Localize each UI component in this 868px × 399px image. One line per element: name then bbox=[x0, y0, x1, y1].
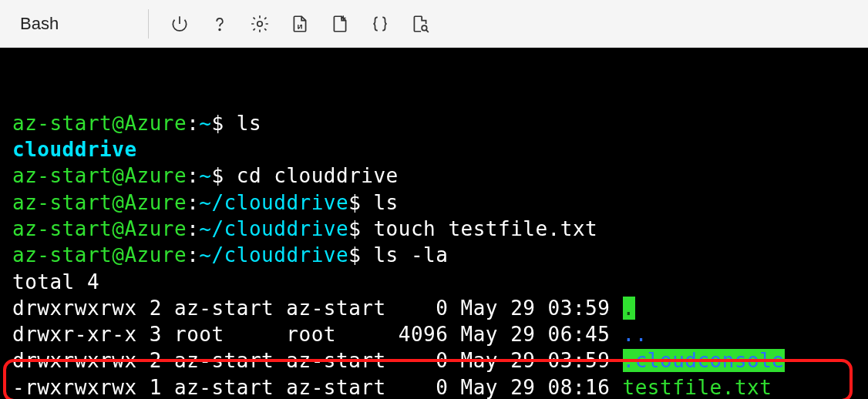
settings-icon[interactable] bbox=[243, 7, 277, 41]
power-icon[interactable] bbox=[163, 7, 197, 41]
svg-point-1 bbox=[257, 21, 263, 26]
cloud-shell-toolbar: Bash bbox=[0, 0, 868, 48]
help-icon[interactable] bbox=[203, 7, 237, 41]
terminal-line: az-start@Azure:~/clouddrive$ ls bbox=[12, 189, 862, 216]
terminal-line: drwxr-xr-x 3 root root 4096 May 29 06:45… bbox=[12, 321, 862, 347]
terminal-line: az-start@Azure:~/clouddrive$ ls -la bbox=[12, 242, 862, 268]
braces-icon[interactable] bbox=[363, 7, 397, 41]
terminal-line: az-start@Azure:~/clouddrive$ touch testf… bbox=[12, 216, 862, 242]
terminal-line: az-start@Azure:~$ ls bbox=[12, 110, 862, 136]
terminal-output[interactable]: az-start@Azure:~$ lsclouddriveaz-start@A… bbox=[0, 48, 868, 399]
download-file-icon[interactable] bbox=[283, 7, 317, 41]
terminal-line: drwxrwxrwx 2 az-start az-start 0 May 29 … bbox=[12, 295, 862, 321]
terminal-line: -rwxrwxrwx 1 az-start az-start 0 May 29 … bbox=[12, 374, 862, 399]
shell-selector[interactable]: Bash bbox=[14, 11, 134, 37]
terminal-line: clouddrive bbox=[12, 136, 862, 163]
search-file-icon[interactable] bbox=[403, 7, 437, 41]
terminal-line: total 4 bbox=[12, 269, 862, 295]
shell-name-label: Bash bbox=[20, 14, 59, 34]
svg-point-2 bbox=[422, 25, 427, 30]
new-file-icon[interactable] bbox=[323, 7, 357, 41]
terminal-line: drwxrwxrwx 2 az-start az-start 0 May 29 … bbox=[12, 347, 862, 374]
terminal-line: az-start@Azure:~$ cd clouddrive bbox=[12, 163, 862, 189]
toolbar-divider bbox=[148, 9, 149, 39]
svg-point-0 bbox=[219, 28, 220, 30]
